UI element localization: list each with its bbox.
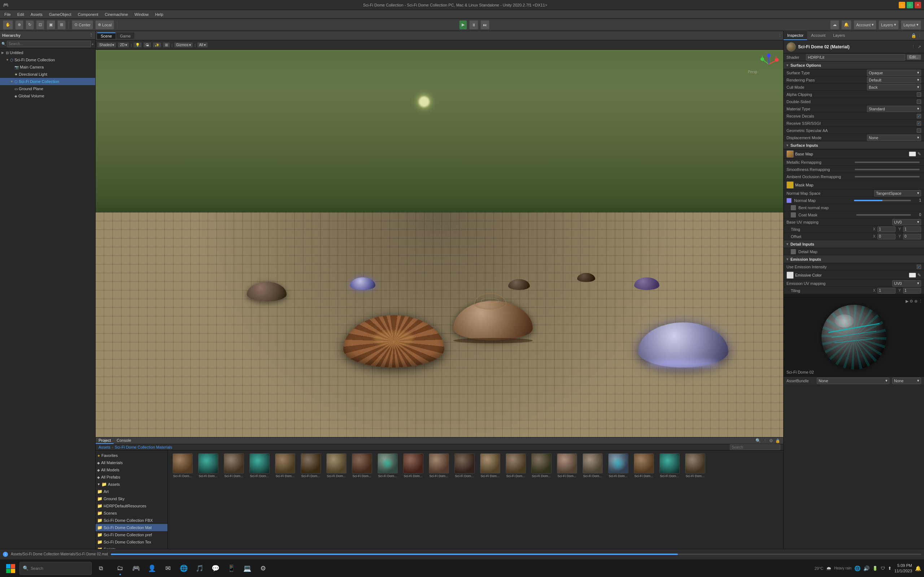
- transform-move-button[interactable]: ⊕: [15, 20, 23, 29]
- surface-inputs-section[interactable]: ▼ Surface Inputs: [783, 141, 924, 149]
- geometric-specular-checkbox[interactable]: [917, 128, 921, 133]
- open-prefab-icon[interactable]: ↗: [918, 44, 921, 49]
- asset-item[interactable]: Sci-Fi Dom...: [427, 453, 451, 478]
- scene-options-icon[interactable]: ⋮: [778, 33, 782, 38]
- transform-scale-button[interactable]: ⊡: [36, 20, 44, 29]
- asset-item[interactable]: Sci-Fi Dom...: [555, 453, 578, 478]
- menu-edit[interactable]: Edit: [15, 11, 27, 17]
- skybox-toggle[interactable]: 🌤: [143, 42, 151, 48]
- scripts-folder[interactable]: 📁 Scripts: [96, 546, 168, 549]
- preview-settings-icon[interactable]: ⚙: [909, 299, 913, 304]
- preview-play-icon[interactable]: ▶: [906, 299, 908, 304]
- scene-root-item[interactable]: ▶ ⊟ Untitled: [0, 49, 95, 56]
- layers-button[interactable]: Layers ▾: [879, 20, 899, 29]
- asset-item[interactable]: Sci-Fi Dom...: [606, 453, 630, 478]
- coat-mask-slider[interactable]: [856, 214, 911, 216]
- hierarchy-item-ground-plane[interactable]: ▶ ▭ Ground Plane: [0, 85, 95, 92]
- pause-button[interactable]: ⏸: [469, 20, 478, 29]
- upward-arrow-icon[interactable]: ⬆: [888, 566, 892, 571]
- favorites-group[interactable]: ★ Favorites: [96, 452, 168, 459]
- volume-icon[interactable]: 🔊: [863, 566, 869, 571]
- displacement-mode-dropdown[interactable]: None ▾: [867, 134, 921, 141]
- emission-inputs-section[interactable]: ▼ Emission Inputs: [783, 255, 924, 263]
- settings-button[interactable]: ⚙: [255, 561, 271, 576]
- avatar-button[interactable]: 👤: [144, 561, 160, 576]
- mask-map-texture[interactable]: [787, 181, 794, 189]
- hierarchy-item-scifi-dome-collection[interactable]: ▼ ⬡ Sci-Fi Dome Collection: [0, 56, 95, 63]
- scenes-folder[interactable]: 📁 Scenes: [96, 509, 168, 517]
- minimize-button[interactable]: ─: [899, 2, 905, 8]
- inspector-more-icon[interactable]: ⋮: [911, 44, 915, 49]
- asset-item[interactable]: Sci-Fi Dom...: [273, 453, 297, 478]
- ao-slider[interactable]: [855, 176, 920, 177]
- hierarchy-search-input[interactable]: [7, 41, 91, 47]
- ground-sky-folder[interactable]: 📁 Ground Sky: [96, 495, 168, 502]
- emission-uv-dropdown[interactable]: UV0 ▾: [892, 280, 921, 287]
- breadcrumb-assets[interactable]: Assets: [99, 445, 110, 449]
- hdrp-resources-folder[interactable]: 📁 HDRPDefaultResources: [96, 502, 168, 509]
- add-hierarchy-icon[interactable]: +: [92, 42, 94, 46]
- material-type-dropdown[interactable]: Standard ▾: [867, 106, 921, 112]
- surface-options-section[interactable]: ▼ Surface Options: [783, 61, 924, 69]
- lock-icon[interactable]: 🔒: [911, 33, 916, 38]
- asset-item[interactable]: Sci-Fi Dom...: [504, 453, 527, 478]
- emissive-color-swatch[interactable]: [909, 272, 916, 278]
- double-sided-checkbox[interactable]: [917, 100, 921, 104]
- close-button[interactable]: ✕: [914, 2, 921, 8]
- layout-button[interactable]: Layout ▾: [901, 20, 921, 29]
- menu-help[interactable]: Help: [152, 11, 166, 17]
- detail-map-texture[interactable]: [791, 249, 796, 254]
- base-map-edit-icon[interactable]: ✎: [918, 152, 921, 156]
- use-emission-checkbox[interactable]: ✓: [917, 265, 921, 269]
- tiling-x-input[interactable]: 1: [877, 226, 895, 232]
- normal-map-slider[interactable]: [854, 200, 911, 201]
- preview-zoom-icon[interactable]: ⊕: [914, 299, 918, 304]
- menu-file[interactable]: File: [2, 11, 14, 17]
- tiling-y-input[interactable]: 1: [903, 226, 921, 232]
- asset-item[interactable]: Sci-Fi Dom...: [376, 453, 399, 478]
- start-button[interactable]: [3, 561, 18, 576]
- assets-group[interactable]: ▼ 📁 Assets: [96, 481, 168, 488]
- normal-map-texture[interactable]: [787, 198, 792, 203]
- clock[interactable]: 5:09 PM 11/1/2023: [894, 563, 912, 574]
- account-button[interactable]: Account ▾: [854, 20, 876, 29]
- alpha-clipping-checkbox[interactable]: [917, 92, 921, 97]
- base-uv-dropdown[interactable]: UV0 ▾: [892, 219, 921, 226]
- project-tab[interactable]: Project: [96, 437, 114, 444]
- lights-toggle[interactable]: 💡: [133, 42, 142, 48]
- hierarchy-item-main-camera[interactable]: ▶ 📷 Main Camera: [0, 63, 95, 71]
- shading-dropdown[interactable]: Shaded ▾: [97, 42, 116, 48]
- asset-item[interactable]: Sci-Fi Dom...: [683, 453, 707, 478]
- art-folder[interactable]: 📁 Art: [96, 488, 168, 495]
- offset-x-input[interactable]: 0: [877, 234, 895, 239]
- menu-gameobject[interactable]: GameObject: [46, 11, 74, 17]
- perspective-dropdown[interactable]: 2D ▾: [118, 42, 129, 48]
- menu-component[interactable]: Component: [75, 11, 101, 17]
- asset-item[interactable]: Sci-Fi Dom...: [657, 453, 681, 478]
- all-prefabs-item[interactable]: ◆ All Prefabs: [96, 474, 168, 481]
- pivot-center-button[interactable]: ⊙ Center: [72, 20, 93, 29]
- scifi-mat-folder[interactable]: 📁 Sci-Fi Dome Collection Mat: [96, 524, 168, 531]
- hierarchy-item-global-volume[interactable]: ▶ ◈ Global Volume: [0, 92, 95, 100]
- console-tab[interactable]: Console: [114, 437, 134, 444]
- project-settings-icon[interactable]: ⚙: [769, 438, 773, 443]
- antivirus-icon[interactable]: 🛡: [881, 566, 885, 571]
- file-explorer-button[interactable]: 🗂: [113, 561, 128, 576]
- surface-type-dropdown[interactable]: Opaque ▾: [867, 69, 921, 76]
- network-icon[interactable]: 🌐: [855, 566, 861, 571]
- preview-more-icon[interactable]: ⋮: [919, 299, 922, 304]
- project-search-input[interactable]: [730, 444, 780, 450]
- task-view-button[interactable]: ⧉: [93, 561, 108, 576]
- menu-cinemachine[interactable]: Cinemachine: [102, 11, 131, 17]
- project-lock-icon[interactable]: 🔒: [775, 438, 780, 443]
- asset-item[interactable]: Sci-Fi Dom...: [247, 453, 271, 478]
- hierarchy-item-directional-light[interactable]: ▶ ☀ Directional Light: [0, 71, 95, 78]
- cull-mode-dropdown[interactable]: Back ▾: [867, 84, 921, 90]
- fx-toggle[interactable]: ✨: [153, 42, 162, 48]
- base-map-color-swatch[interactable]: [909, 152, 916, 156]
- metallic-slider[interactable]: [855, 161, 920, 163]
- all-models-item[interactable]: ◆ All Models: [96, 466, 168, 474]
- smoothness-slider[interactable]: [855, 169, 920, 170]
- play-button[interactable]: ▶: [459, 20, 467, 29]
- transform-rotate-button[interactable]: ↻: [26, 20, 34, 29]
